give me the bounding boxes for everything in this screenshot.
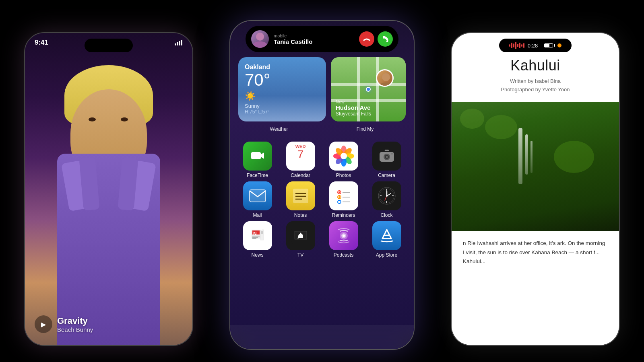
wf-bar-3 bbox=[513, 43, 514, 47]
notes-label: Notes bbox=[294, 212, 307, 218]
reminders-svg bbox=[334, 187, 353, 205]
photos-icon bbox=[329, 142, 358, 171]
svg-point-20 bbox=[386, 156, 388, 158]
foliage-1 bbox=[485, 115, 517, 139]
svg-point-33 bbox=[339, 196, 340, 198]
widget-label-row: Weather Find My bbox=[238, 126, 406, 132]
left-dynamic-island bbox=[85, 39, 133, 52]
findmy-widget[interactable]: Now Hudson Ave Stuyvesant Falls bbox=[331, 57, 406, 121]
appstore-icon bbox=[372, 221, 401, 250]
accept-call-icon bbox=[382, 35, 389, 43]
app-row-2: Mail Notes bbox=[238, 181, 406, 218]
battery-fill bbox=[545, 44, 549, 47]
wf-bar-1 bbox=[509, 44, 510, 47]
app-calendar[interactable]: WED 7 Calendar bbox=[281, 142, 320, 178]
right-phone: 0:28 Kahului Written by Isabel Bina Phot… bbox=[451, 32, 620, 346]
wf-bar-8 bbox=[523, 43, 524, 48]
mail-icon bbox=[243, 181, 272, 210]
battery-tip bbox=[554, 44, 555, 47]
facetime-label: FaceTime bbox=[247, 173, 268, 178]
waterfall-photo bbox=[452, 102, 619, 231]
app-podcasts[interactable]: Podcasts bbox=[324, 221, 363, 258]
article-photographed-by: Photographed by Yvette Yoon bbox=[501, 86, 570, 93]
news-label: News bbox=[251, 252, 263, 258]
svg-text:tv: tv bbox=[297, 237, 299, 239]
weather-city: Oakland bbox=[245, 64, 320, 71]
article-byline: Written by Isabel Bina Photographed by Y… bbox=[464, 77, 607, 94]
facetime-svg bbox=[250, 148, 266, 164]
weather-label: Weather bbox=[238, 126, 320, 132]
app-tv[interactable]: tv TV bbox=[281, 221, 320, 258]
notes-svg bbox=[292, 188, 309, 204]
photos-svg bbox=[333, 146, 354, 167]
left-time: 9:41 bbox=[35, 39, 48, 47]
app-news[interactable]: N News bbox=[238, 221, 277, 258]
appstore-label: App Store bbox=[376, 252, 397, 258]
app-clock[interactable]: Clock bbox=[367, 181, 406, 218]
weather-temp: 70° bbox=[245, 71, 320, 89]
avatar-silhouette bbox=[251, 30, 269, 48]
accept-call-button[interactable] bbox=[378, 31, 393, 47]
appstore-svg bbox=[378, 227, 395, 244]
cal-date: 7 bbox=[297, 149, 304, 160]
wf-bar-4 bbox=[515, 42, 516, 49]
tv-icon: tv bbox=[286, 221, 315, 250]
app-facetime[interactable]: FaceTime bbox=[238, 142, 277, 178]
caller-info: mobile Tania Castillo bbox=[274, 33, 354, 45]
wf-bar-6 bbox=[519, 43, 520, 48]
findmy-label: Find My bbox=[324, 126, 406, 132]
caller-avatar bbox=[251, 30, 269, 48]
reminders-icon bbox=[329, 181, 358, 210]
weather-hilo: H:75° L:57° bbox=[245, 109, 320, 115]
svg-point-4 bbox=[256, 33, 264, 41]
map-pin bbox=[376, 69, 394, 87]
right-dynamic-island: 0:28 bbox=[499, 39, 572, 52]
center-phone: mobile Tania Castillo bbox=[229, 20, 415, 350]
app-photos[interactable]: Photos bbox=[324, 142, 363, 178]
camera-svg bbox=[379, 148, 395, 164]
findmy-city: Stuyvesant Falls bbox=[336, 111, 371, 117]
calendar-label: Calendar bbox=[291, 173, 310, 178]
findmy-now: Now bbox=[336, 99, 371, 104]
wf-bar-2 bbox=[511, 43, 512, 48]
waveform bbox=[509, 42, 524, 49]
app-row-1: FaceTime WED 7 Calendar bbox=[238, 142, 406, 178]
left-status-icons bbox=[175, 40, 183, 45]
clock-icon bbox=[372, 181, 401, 210]
waterfall-main bbox=[518, 128, 522, 184]
notes-icon bbox=[286, 181, 315, 210]
status-dot bbox=[557, 43, 561, 47]
caller-name: Tania Castillo bbox=[274, 38, 354, 45]
play-circle: ▶ bbox=[35, 315, 52, 333]
app-notes[interactable]: Notes bbox=[281, 181, 320, 218]
news-svg: N bbox=[248, 226, 267, 245]
app-row-3: N News tv bbox=[238, 221, 406, 258]
play-button[interactable]: ▶ bbox=[35, 315, 52, 333]
tv-svg: tv bbox=[291, 226, 310, 245]
article-written-by: Written by Isabel Bina bbox=[510, 78, 561, 84]
svg-rect-3 bbox=[181, 40, 182, 45]
svg-point-46 bbox=[386, 195, 388, 197]
app-appstore[interactable]: App Store bbox=[367, 221, 406, 258]
map-road-horizontal bbox=[331, 83, 406, 86]
podcasts-svg bbox=[334, 226, 353, 245]
center-dynamic-island: mobile Tania Castillo bbox=[246, 26, 398, 52]
app-mail[interactable]: Mail bbox=[238, 181, 277, 218]
caller-avatar-image bbox=[251, 30, 269, 48]
camera-icon bbox=[372, 142, 401, 171]
article-image bbox=[452, 102, 619, 231]
svg-text:N: N bbox=[253, 231, 257, 237]
svg-rect-0 bbox=[175, 43, 176, 45]
weather-widget[interactable]: Oakland 70° ☀️ Sunny H:75° L:57° bbox=[238, 57, 326, 121]
svg-rect-28 bbox=[334, 187, 353, 205]
battery-body bbox=[544, 43, 553, 47]
weather-condition: Sunny bbox=[245, 103, 320, 109]
widgets-row: Oakland 70° ☀️ Sunny H:75° L:57° bbox=[238, 57, 406, 121]
svg-rect-1 bbox=[177, 42, 178, 45]
end-call-button[interactable] bbox=[359, 31, 374, 47]
mail-label: Mail bbox=[253, 212, 262, 218]
app-reminders[interactable]: Reminders bbox=[324, 181, 363, 218]
end-call-icon bbox=[363, 35, 370, 43]
timer-display: 0:28 bbox=[528, 43, 538, 49]
app-camera[interactable]: Camera bbox=[367, 142, 406, 178]
